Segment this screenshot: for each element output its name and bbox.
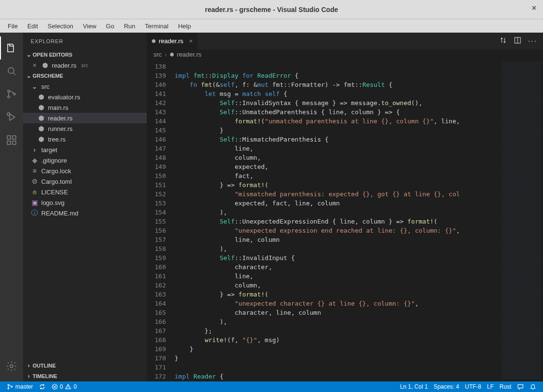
menu-run[interactable]: Run (120, 21, 139, 32)
svg-point-12 (8, 388, 9, 389)
file-item[interactable]: ⬢tree.rs (23, 134, 147, 144)
status-bar: master 0 0 Ln 1, Col 1 Spaces: 4 UTF-8 L… (0, 381, 543, 392)
chevron-right-icon: › (25, 373, 33, 380)
breadcrumb-file[interactable]: reader.rs (177, 51, 201, 58)
tree-item-label: evaluator.rs (48, 94, 80, 101)
svg-rect-8 (12, 141, 16, 144)
menu-selection[interactable]: Selection (44, 21, 77, 32)
rust-file-icon: ⬢ (37, 135, 45, 143)
svg-rect-6 (12, 136, 16, 139)
chevron-right-icon: › (31, 146, 38, 154)
tabs-row: ⬢ reader.rs × ··· (147, 33, 543, 49)
status-eol[interactable]: LF (484, 383, 496, 390)
file-item[interactable]: ▣logo.svg (23, 197, 147, 208)
git-file-icon: ◆ (31, 156, 38, 164)
chevron-down-icon: ⌄ (25, 72, 33, 79)
tree-item-label: Cargo.toml (41, 178, 72, 185)
rust-file-icon: ⬢ (152, 38, 156, 44)
code-editor[interactable]: 1381391401411421431441451461471481491501… (147, 60, 543, 381)
minimap[interactable] (500, 60, 543, 381)
compare-changes-icon[interactable] (499, 36, 507, 46)
tree-item-label: reader.rs (48, 115, 72, 122)
outline-header[interactable]: › OUTLINE (23, 360, 147, 371)
file-item[interactable]: ◆.gitignore (23, 155, 147, 166)
breadcrumb-folder[interactable]: src (153, 51, 162, 58)
svg-file-icon: ▣ (31, 199, 38, 206)
more-actions-icon[interactable]: ··· (528, 37, 537, 46)
tree-item-label: README.md (41, 210, 78, 217)
status-feedback-icon[interactable] (514, 383, 527, 390)
rust-file-icon: ⬢ (37, 93, 45, 101)
status-spaces[interactable]: Spaces: 4 (431, 383, 462, 390)
license-file-icon: ⌾ (31, 188, 38, 196)
status-problems[interactable]: 0 0 (48, 383, 80, 390)
line-numbers: 1381391401411421431441451461471481491501… (147, 60, 175, 381)
tree-item-label: target (41, 146, 57, 154)
status-cursor[interactable]: Ln 1, Col 1 (397, 383, 431, 390)
sidebar-title: EXPLORER (23, 33, 147, 49)
activity-extensions-icon[interactable] (0, 129, 23, 152)
rust-file-icon: ⬢ (37, 104, 45, 111)
svg-point-11 (8, 384, 9, 386)
tree-item-label: src (41, 83, 49, 90)
chevron-right-icon: › (25, 362, 33, 369)
breadcrumbs[interactable]: src › ⬢ reader.rs (147, 49, 543, 60)
tree-item-label: tree.rs (48, 136, 66, 143)
menu-help[interactable]: Help (174, 21, 195, 32)
file-item[interactable]: ⬢runner.rs (23, 123, 147, 134)
activity-settings-icon[interactable] (0, 355, 23, 378)
tree-item-label: LICENSE (41, 189, 68, 196)
menu-go[interactable]: Go (102, 21, 118, 32)
close-tab-icon[interactable]: × (189, 37, 193, 45)
split-editor-icon[interactable] (514, 36, 521, 46)
menu-view[interactable]: View (79, 21, 100, 32)
activity-explorer-icon[interactable] (0, 36, 23, 59)
chevron-down-icon: ⌄ (25, 51, 33, 58)
timeline-header[interactable]: › TIMELINE (23, 371, 147, 381)
project-header[interactable]: ⌄ GRSCHEME (23, 71, 147, 81)
close-icon[interactable]: × (31, 61, 38, 69)
editor-actions: ··· (494, 33, 543, 49)
file-item[interactable]: ≡Cargo.lock (23, 166, 147, 176)
status-bell-icon[interactable] (527, 383, 539, 390)
file-item[interactable]: ⬢reader.rs (23, 113, 147, 123)
folder-item[interactable]: ›target (23, 144, 147, 155)
svg-rect-5 (7, 136, 11, 139)
file-item[interactable]: ⓘREADME.md (23, 208, 147, 218)
open-editors-header[interactable]: ⌄ OPEN EDITORS (23, 49, 147, 60)
menu-terminal[interactable]: Terminal (141, 21, 172, 32)
status-language[interactable]: Rust (496, 383, 514, 390)
status-sync-icon[interactable] (36, 383, 48, 390)
activity-debug-icon[interactable] (0, 106, 23, 129)
rust-file-icon: ⬢ (37, 114, 45, 122)
activity-bar (0, 33, 23, 381)
rust-file-icon: ⬢ (37, 125, 45, 132)
file-tree: ⌄src⬢evaluator.rs⬢main.rs⬢reader.rs⬢runn… (23, 81, 147, 360)
svg-point-0 (8, 68, 14, 73)
code-content[interactable]: impl fmt::Display for ReadError { fn fmt… (175, 60, 500, 381)
lock-file-icon: ≡ (31, 167, 38, 175)
tree-item-label: logo.svg (41, 199, 64, 206)
status-encoding[interactable]: UTF-8 (462, 383, 484, 390)
window-close-icon[interactable]: × (532, 4, 536, 12)
activity-source-control-icon[interactable] (0, 83, 23, 106)
file-item[interactable]: ⬢main.rs (23, 102, 147, 113)
open-editor-item[interactable]: × ⬢ reader.rs src (23, 60, 147, 71)
window-titlebar: reader.rs - grscheme - Visual Studio Cod… (0, 0, 543, 19)
toml-file-icon: ⚙ (31, 178, 38, 185)
status-branch[interactable]: master (4, 383, 36, 390)
file-item[interactable]: ⬢evaluator.rs (23, 92, 147, 102)
file-item[interactable]: ⌾LICENSE (23, 187, 147, 197)
svg-point-2 (8, 96, 10, 98)
menu-edit[interactable]: Edit (24, 21, 42, 32)
rust-file-icon: ⬢ (41, 61, 49, 69)
svg-rect-7 (7, 141, 11, 144)
file-item[interactable]: ⚙Cargo.toml (23, 176, 147, 187)
menubar: File Edit Selection View Go Run Terminal… (0, 19, 543, 33)
tab-reader-rs[interactable]: ⬢ reader.rs × (147, 33, 198, 49)
folder-item[interactable]: ⌄src (23, 81, 147, 92)
window-title: reader.rs - grscheme - Visual Studio Cod… (205, 6, 338, 13)
tree-item-label: main.rs (48, 104, 69, 111)
activity-search-icon[interactable] (0, 59, 23, 83)
menu-file[interactable]: File (4, 21, 22, 32)
